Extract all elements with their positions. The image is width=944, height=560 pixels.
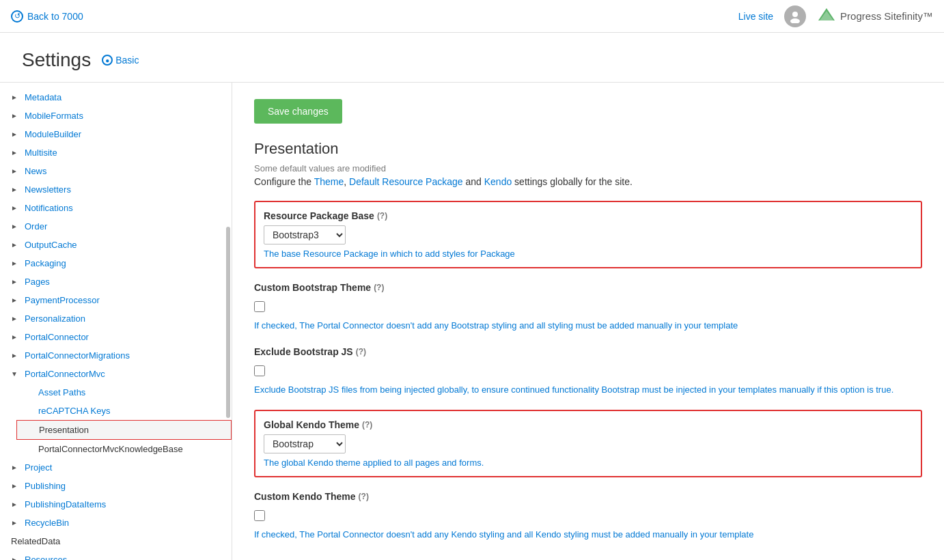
arrow-icon: ►	[11, 352, 19, 359]
arrow-icon: ►	[11, 204, 19, 212]
custom-kendo-theme-group: Custom Kendo Theme (?) If checked, The P…	[254, 491, 922, 542]
sidebar-item-resources[interactable]: ► Resources	[0, 550, 232, 560]
arrow-icon: ►	[11, 278, 19, 285]
page-header: Settings ● Basic	[0, 33, 944, 83]
arrow-icon: ►	[11, 296, 19, 304]
arrow-icon: ►	[11, 167, 19, 175]
resource-package-base-select[interactable]: Bootstrap3 Bootstrap4 Default	[264, 225, 346, 244]
custom-bootstrap-theme-help[interactable]: (?)	[374, 283, 384, 292]
arrow-icon: ►	[11, 112, 19, 120]
sidebar-scrollbar[interactable]	[226, 227, 230, 419]
custom-kendo-theme-help[interactable]: (?)	[359, 492, 369, 501]
sidebar-item-paymentprocessor[interactable]: ► PaymentProcessor	[0, 291, 232, 309]
back-arrow-icon: ↺	[11, 10, 23, 23]
main-content: Save changes Presentation Some default v…	[232, 83, 944, 560]
global-kendo-theme-select[interactable]: Bootstrap Default Material	[264, 434, 346, 453]
sidebar-item-relateddata[interactable]: RelatedData	[0, 532, 232, 550]
custom-kendo-theme-checkbox[interactable]	[254, 510, 265, 521]
sidebar-item-mobileformats[interactable]: ► MobileFormats	[0, 107, 232, 125]
layout: ► Metadata ► MobileFormats ► ModuleBuild…	[0, 83, 944, 560]
back-link[interactable]: ↺ Back to 7000	[11, 10, 83, 23]
theme-link[interactable]: Theme	[314, 176, 344, 187]
sidebar-item-publishing[interactable]: ► Publishing	[0, 477, 232, 495]
section-title: Presentation	[254, 140, 922, 158]
arrow-icon: ►	[11, 94, 19, 101]
sidebar: ► Metadata ► MobileFormats ► ModuleBuild…	[0, 83, 232, 560]
custom-bootstrap-theme-label: Custom Bootstrap Theme (?)	[254, 282, 922, 293]
sidebar-item-presentation[interactable]: Presentation	[16, 420, 232, 440]
basic-label: Basic	[115, 55, 139, 66]
sidebar-sub-portalconnectormvc: Asset Paths reCAPTCHA Keys Presentation …	[0, 383, 232, 458]
resource-package-base-label: Resource Package Base (?)	[264, 210, 913, 221]
kendo-link[interactable]: Kendo	[484, 176, 512, 187]
custom-kendo-theme-label: Custom Kendo Theme (?)	[254, 491, 922, 502]
sidebar-item-portalconnector[interactable]: ► PortalConnector	[0, 328, 232, 346]
arrow-icon: ►	[11, 464, 19, 471]
sidebar-item-portalconnectormigrations[interactable]: ► PortalConnectorMigrations	[0, 346, 232, 365]
exclude-bootstrap-js-group: Exclude Bootstrap JS (?) Exclude Bootstr…	[254, 346, 922, 397]
avatar	[784, 5, 806, 27]
custom-bootstrap-theme-checkbox[interactable]	[254, 301, 265, 312]
svg-point-1	[790, 18, 800, 23]
arrow-icon: ►	[11, 223, 19, 230]
basic-link[interactable]: ● Basic	[102, 55, 139, 66]
arrow-icon: ►	[11, 333, 19, 341]
resource-package-base-help[interactable]: (?)	[377, 211, 387, 221]
resource-package-base-group: Resource Package Base (?) Bootstrap3 Boo…	[254, 201, 922, 268]
sidebar-item-outputcache[interactable]: ► OutputCache	[0, 236, 232, 254]
basic-circle-icon: ●	[102, 55, 113, 66]
sidebar-item-order[interactable]: ► Order	[0, 217, 232, 236]
sidebar-item-modulebuilder[interactable]: ► ModuleBuilder	[0, 125, 232, 143]
sidebar-item-personalization[interactable]: ► Personalization	[0, 309, 232, 328]
exclude-bootstrap-js-label: Exclude Bootstrap JS (?)	[254, 346, 922, 357]
sidebar-item-assetpaths[interactable]: Asset Paths	[16, 383, 232, 402]
brand-logo: Progress Sitefinity™	[817, 7, 933, 26]
resource-package-base-desc: The base Resource Package in which to ad…	[264, 249, 913, 259]
page-title: Settings	[22, 49, 91, 71]
sidebar-item-portalconnectormvc[interactable]: ▼ PortalConnectorMvc	[0, 365, 232, 383]
arrow-icon: ►	[11, 130, 19, 138]
arrow-icon: ►	[11, 519, 19, 527]
arrow-icon: ►	[11, 241, 19, 249]
arrow-icon: ►	[11, 186, 19, 193]
arrow-icon: ►	[11, 501, 19, 508]
arrow-icon: ►	[11, 315, 19, 322]
arrow-down-icon: ▼	[11, 370, 19, 378]
section-desc: Configure the Theme, Default Resource Pa…	[254, 176, 922, 187]
save-button[interactable]: Save changes	[254, 99, 342, 124]
sidebar-item-publishingdataitems[interactable]: ► PublishingDataItems	[0, 495, 232, 514]
sidebar-item-metadata[interactable]: ► Metadata	[0, 88, 232, 107]
custom-bootstrap-theme-group: Custom Bootstrap Theme (?) If checked, T…	[254, 282, 922, 333]
sidebar-item-project[interactable]: ► Project	[0, 458, 232, 477]
sidebar-item-portalconnectormvcknowledgebase[interactable]: PortalConnectorMvcKnowledgeBase	[16, 440, 232, 458]
svg-point-0	[792, 12, 798, 17]
global-kendo-theme-help[interactable]: (?)	[362, 420, 372, 430]
sidebar-item-newsletters[interactable]: ► Newsletters	[0, 180, 232, 199]
section-subtitle: Some default values are modified	[254, 163, 922, 173]
arrow-icon: ►	[11, 260, 19, 267]
sidebar-item-packaging[interactable]: ► Packaging	[0, 254, 232, 272]
arrow-icon: ►	[11, 556, 19, 560]
resource-package-link[interactable]: Default Resource Package	[349, 176, 463, 187]
global-kendo-theme-desc: The global Kendo theme applied to all pa…	[264, 458, 913, 468]
exclude-bootstrap-js-help[interactable]: (?)	[356, 347, 366, 356]
sidebar-item-pages[interactable]: ► Pages	[0, 272, 232, 291]
exclude-bootstrap-js-checkbox[interactable]	[254, 365, 265, 376]
custom-bootstrap-theme-desc: If checked, The Portal Connector doesn't…	[254, 319, 922, 333]
global-kendo-theme-group: Global Kendo Theme (?) Bootstrap Default…	[254, 410, 922, 477]
sidebar-item-multisite[interactable]: ► Multisite	[0, 143, 232, 162]
arrow-icon: ►	[11, 482, 19, 490]
sidebar-item-recyclebin[interactable]: ► RecycleBin	[0, 514, 232, 532]
global-kendo-theme-label: Global Kendo Theme (?)	[264, 419, 913, 430]
arrow-icon: ►	[11, 149, 19, 156]
top-right: Live site Progress Sitefinity™	[738, 5, 933, 27]
exclude-bootstrap-js-desc: Exclude Bootstrap JS files from being in…	[254, 383, 922, 397]
custom-kendo-theme-desc: If checked, The Portal Connector doesn't…	[254, 528, 922, 542]
sidebar-item-notifications[interactable]: ► Notifications	[0, 199, 232, 217]
brand-icon	[817, 7, 836, 26]
sidebar-item-recaptchakeys[interactable]: reCAPTCHA Keys	[16, 402, 232, 420]
back-label: Back to 7000	[27, 11, 83, 22]
sidebar-item-news[interactable]: ► News	[0, 162, 232, 180]
live-site-link[interactable]: Live site	[738, 11, 773, 22]
top-nav: ↺ Back to 7000 Live site Progress Sitefi…	[0, 0, 944, 33]
